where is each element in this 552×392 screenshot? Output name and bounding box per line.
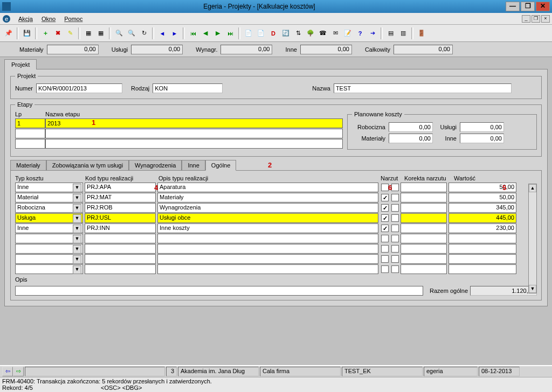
menu-akcja[interactable]: Akcja xyxy=(14,15,37,23)
scroll-up-icon[interactable]: ▲ xyxy=(529,184,536,192)
korekta-checkbox[interactable] xyxy=(391,255,399,263)
opis-typu-input[interactable] xyxy=(157,244,378,254)
tool-mail-icon[interactable]: ✉ xyxy=(330,28,341,39)
mdi-restore-button[interactable]: ❐ xyxy=(532,15,540,23)
korekta-checkbox[interactable] xyxy=(391,184,399,191)
tool-find-icon[interactable]: 🔍 xyxy=(114,28,125,39)
kod-input[interactable] xyxy=(85,234,156,243)
menu-pomoc[interactable]: Pomoc xyxy=(60,15,87,23)
typ-kosztu-select[interactable]: Inne xyxy=(15,183,83,192)
etapy-lp-1[interactable] xyxy=(15,129,45,138)
kod-input[interactable] xyxy=(85,254,156,264)
tool-edit-icon[interactable]: ✎ xyxy=(65,28,75,39)
etapy-nazwa-0[interactable] xyxy=(45,118,343,128)
typ-kosztu-select[interactable] xyxy=(15,244,83,254)
planned-materialy-input[interactable] xyxy=(389,134,433,143)
etapy-nazwa-2[interactable] xyxy=(45,139,343,149)
etapy-lp-0[interactable] xyxy=(15,118,45,128)
korekta-checkbox[interactable] xyxy=(391,194,399,201)
typ-kosztu-select[interactable] xyxy=(15,234,83,243)
tool-exit-icon[interactable]: 🚪 xyxy=(416,28,427,39)
korekta-checkbox[interactable] xyxy=(391,204,399,212)
subtab-materialy[interactable]: Materiały xyxy=(10,160,46,170)
scroll-down-icon[interactable]: ▼ xyxy=(529,285,536,293)
tool-doc2-icon[interactable]: 📄 xyxy=(256,28,266,39)
kod-input[interactable]: PRJ:ROB xyxy=(85,203,156,213)
mdi-close-button[interactable]: × xyxy=(541,15,550,23)
opis-typu-input[interactable]: Inne koszty xyxy=(157,223,378,233)
wartosc-input[interactable] xyxy=(448,254,516,264)
korekta-checkbox[interactable] xyxy=(391,245,399,253)
opis-typu-input[interactable] xyxy=(157,254,378,264)
menu-okno[interactable]: Okno xyxy=(37,15,60,23)
tool-d-icon[interactable]: D xyxy=(268,28,279,39)
typ-kosztu-select[interactable]: Robocizna xyxy=(15,203,83,213)
tool-next-icon[interactable]: ► xyxy=(169,28,180,39)
kod-input[interactable]: PRJ:INN xyxy=(85,223,156,233)
tool-tree-icon[interactable]: 🌳 xyxy=(305,28,316,39)
kod-input[interactable] xyxy=(85,244,156,254)
tool-delete-icon[interactable]: ✖ xyxy=(52,28,63,39)
tool-prev-icon[interactable]: ◄ xyxy=(157,28,168,39)
rodzaj-input[interactable] xyxy=(153,83,223,93)
planned-uslugi-input[interactable] xyxy=(460,122,504,132)
korekta-checkbox[interactable] xyxy=(391,214,399,222)
tool-refresh-icon[interactable]: ↻ xyxy=(139,28,149,39)
tool-pin-icon[interactable]: 📌 xyxy=(3,28,14,39)
korekta-input[interactable] xyxy=(401,193,447,202)
korekta-input[interactable] xyxy=(401,244,447,254)
opis-typu-input[interactable] xyxy=(157,234,378,243)
tab-projekt[interactable]: Projekt xyxy=(4,59,37,69)
typ-kosztu-select[interactable]: Usługa xyxy=(15,213,83,223)
korekta-checkbox[interactable] xyxy=(391,265,399,273)
korekta-input[interactable] xyxy=(401,264,447,274)
tool-save-icon[interactable]: 💾 xyxy=(22,28,32,39)
close-button[interactable]: ✕ xyxy=(536,2,550,11)
cost-scrollbar[interactable]: ▲ ▼ xyxy=(528,184,537,293)
korekta-input[interactable] xyxy=(401,203,447,213)
korekta-input[interactable] xyxy=(401,213,447,223)
typ-kosztu-select[interactable]: Materiał xyxy=(15,193,83,202)
mdi-minimize-button[interactable]: _ xyxy=(522,15,530,23)
subtab-zobowiazania[interactable]: Zobowiązania w tym usługi xyxy=(46,160,129,170)
wartosc-input[interactable]: 345,00 xyxy=(448,203,516,213)
narzut-checkbox[interactable] xyxy=(381,184,389,191)
maximize-button[interactable]: ❐ xyxy=(521,2,535,11)
nazwa-input[interactable] xyxy=(334,83,512,93)
wartosc-input[interactable]: 50,00 xyxy=(448,193,516,202)
tool-phone-icon[interactable]: ☎ xyxy=(318,28,328,39)
narzut-checkbox[interactable] xyxy=(381,194,389,201)
etapy-nazwa-1[interactable] xyxy=(45,129,343,138)
typ-kosztu-select[interactable]: Inne xyxy=(15,223,83,233)
planned-inne-input[interactable] xyxy=(460,134,504,143)
wartosc-input[interactable] xyxy=(448,234,516,243)
tool-table2-icon[interactable]: ▥ xyxy=(398,28,409,39)
tool-last-icon[interactable]: ⏭ xyxy=(225,28,236,39)
tool-find2-icon[interactable]: 🔍 xyxy=(126,28,137,39)
minimize-button[interactable]: — xyxy=(506,2,520,11)
planned-robocizna-input[interactable] xyxy=(389,122,433,132)
subtab-ogolne[interactable]: Ogólne xyxy=(205,160,236,171)
tool-note-icon[interactable]: 📝 xyxy=(342,28,353,39)
opis-typu-input[interactable]: Aparatura xyxy=(157,183,378,192)
tool-doc1-icon[interactable]: 📄 xyxy=(243,28,254,39)
opis-typu-input[interactable]: Usługi obce xyxy=(157,213,378,223)
wartosc-input[interactable] xyxy=(448,264,516,274)
numer-input[interactable] xyxy=(36,83,122,93)
etapy-lp-2[interactable] xyxy=(15,139,45,149)
wartosc-input[interactable]: 445,00 xyxy=(448,213,516,223)
opis-typu-input[interactable]: Wynagrodzenia xyxy=(157,203,378,213)
tool-add-icon[interactable]: ＋ xyxy=(40,28,51,39)
tool-goto-icon[interactable]: ➔ xyxy=(367,28,378,39)
narzut-checkbox[interactable] xyxy=(381,235,389,242)
korekta-input[interactable] xyxy=(401,254,447,264)
korekta-input[interactable] xyxy=(401,223,447,233)
korekta-checkbox[interactable] xyxy=(391,225,399,232)
tool-back-icon[interactable]: ◀ xyxy=(200,28,211,39)
typ-kosztu-select[interactable] xyxy=(15,254,83,264)
narzut-checkbox[interactable] xyxy=(381,204,389,212)
wartosc-input[interactable] xyxy=(448,244,516,254)
tool-db1-icon[interactable]: ▦ xyxy=(83,28,94,39)
tool-fwd-icon[interactable]: ▶ xyxy=(212,28,223,39)
kod-input[interactable]: PRJ:APA xyxy=(85,183,156,192)
